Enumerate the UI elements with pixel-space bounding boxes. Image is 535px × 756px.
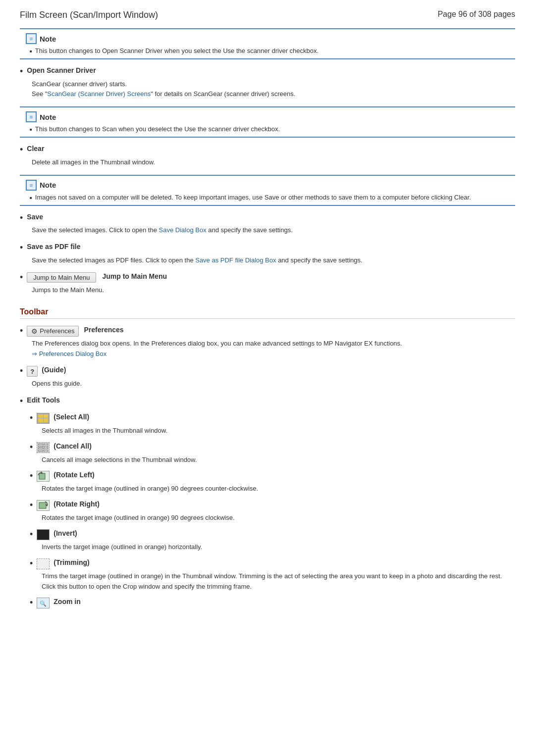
- edit-tools-list: • (Select All) Selects all images in the…: [20, 413, 515, 609]
- note-box-3: ≡ Note Images not saved on a computer wi…: [20, 175, 515, 206]
- list-item-save-pdf: • Save as PDF file Save the selected ima…: [20, 243, 515, 265]
- svg-rect-2: [39, 503, 46, 508]
- open-scanner-desc: ScanGear (scanner driver) starts. See "S…: [32, 79, 515, 100]
- select-all-label: (Select All): [54, 413, 89, 421]
- open-scanner-desc2-after: " for details on ScanGear (scanner drive…: [151, 90, 295, 98]
- bullet-icon-select-all: •: [30, 413, 33, 424]
- list-item-select-all: • (Select All) Selects all images in the…: [30, 413, 515, 436]
- section-list-3: • Save Save the selected images. Click t…: [20, 213, 515, 296]
- page-number: Page 96 of 308 pages: [437, 10, 515, 19]
- save-pdf-desc-after: and specify the save settings.: [276, 256, 363, 264]
- scanner-screens-link[interactable]: ScanGear (Scanner Driver) Screens: [47, 90, 151, 98]
- note-text-1: This button changes to Open Scanner Driv…: [26, 47, 509, 54]
- select-all-desc: Selects all images in the Thumbnail wind…: [42, 426, 515, 436]
- zoom-in-label: Zoom in: [54, 598, 80, 605]
- bullet-cancel-all: • (Cancel All): [30, 442, 515, 453]
- rotate-right-desc: Rotates the target image (outlined in or…: [42, 513, 515, 523]
- bullet-rotate-right: • (Rotate Right): [30, 500, 515, 511]
- bullet-invert: • (Invert): [30, 529, 515, 540]
- bullet-save: • Save: [20, 213, 515, 224]
- note-label-2: Note: [40, 113, 56, 121]
- list-item-zoom-in: • 🔍 Zoom in: [30, 598, 515, 608]
- bullet-icon-zoom-in: •: [30, 598, 33, 608]
- note-icon-3: ≡: [26, 180, 37, 191]
- list-item-preferences: • ⚙ Preferences Preferences The Preferen…: [20, 326, 515, 359]
- bullet-icon-clear: •: [20, 145, 23, 155]
- open-scanner-desc1: ScanGear (scanner driver) starts.: [32, 80, 127, 88]
- note-label-1: Note: [40, 35, 56, 43]
- jump-to-main-menu-button[interactable]: Jump to Main Menu: [27, 272, 96, 283]
- bullet-edit-tools: • Edit Tools: [20, 396, 515, 407]
- note-icon-1: ≡: [26, 33, 37, 44]
- rotate-left-label: (Rotate Left): [54, 471, 94, 479]
- cancel-all-label: (Cancel All): [54, 442, 92, 450]
- toolbar-section: Toolbar • ⚙ Preferences Preferences The …: [20, 307, 515, 609]
- preferences-icon: ⚙: [31, 327, 38, 335]
- invert-desc: Inverts the target image (outlined in or…: [42, 542, 515, 553]
- bullet-icon-rotate-left: •: [30, 471, 33, 482]
- bullet-icon: •: [20, 66, 23, 77]
- select-all-icon: [37, 413, 50, 424]
- open-scanner-desc2-before: See ": [32, 90, 47, 98]
- note-label-3: Note: [40, 181, 56, 189]
- guide-desc: Opens this guide.: [32, 379, 515, 389]
- list-item-invert: • (Invert) Inverts the target image (out…: [30, 529, 515, 553]
- bullet-jump: • Jump to Main Menu Jump to Main Menu: [20, 272, 515, 283]
- bullet-zoom-in: • 🔍 Zoom in: [30, 598, 515, 608]
- bullet-icon-guide: •: [20, 366, 23, 377]
- save-dialog-link[interactable]: Save Dialog Box: [159, 226, 207, 234]
- toolbar-list: • ⚙ Preferences Preferences The Preferen…: [20, 326, 515, 609]
- svg-rect-0: [39, 473, 45, 479]
- bullet-icon-pref: •: [20, 326, 23, 337]
- list-item-save: • Save Save the selected images. Click t…: [20, 213, 515, 236]
- preferences-bold-label: Preferences: [84, 326, 123, 334]
- cancel-all-desc: Cancels all image selections in the Thum…: [42, 455, 515, 465]
- note-header-3: ≡ Note: [26, 180, 509, 191]
- bullet-icon-trimming: •: [30, 558, 33, 569]
- list-item-trimming: • (Trimming) Trims the target image (out…: [30, 558, 515, 592]
- cancel-all-icon: [37, 442, 50, 453]
- rotate-left-desc: Rotates the target image (outlined in or…: [42, 484, 515, 494]
- section-list: • Open Scanner Driver ScanGear (scanner …: [20, 66, 515, 100]
- preferences-dialog-link[interactable]: Preferences Dialog Box: [32, 350, 107, 357]
- clear-desc: Delete all images in the Thumbnail windo…: [32, 157, 515, 168]
- jump-bold-label: Jump to Main Menu: [102, 272, 167, 280]
- list-item-rotate-left: • (Rotate Left) Rotates the target image…: [30, 471, 515, 494]
- bullet-icon-save: •: [20, 213, 23, 224]
- edit-tools-title: Edit Tools: [27, 396, 60, 404]
- zoom-in-icon: 🔍: [37, 598, 50, 608]
- guide-bold-label: (Guide): [42, 366, 66, 374]
- guide-button[interactable]: ?: [27, 366, 38, 377]
- preferences-btn-label: Preferences: [40, 327, 74, 335]
- bullet-icon-save-pdf: •: [20, 243, 23, 253]
- invert-icon: [37, 529, 50, 540]
- toolbar-title: Toolbar: [20, 307, 515, 319]
- preferences-desc-text: The Preferences dialog box opens. In the…: [32, 340, 402, 347]
- note-text-3: Images not saved on a computer will be d…: [26, 194, 509, 201]
- trimming-label: (Trimming): [54, 558, 89, 566]
- bullet-trimming: • (Trimming): [30, 558, 515, 569]
- save-pdf-dialog-link[interactable]: Save as PDF file Dialog Box: [195, 256, 276, 264]
- save-pdf-desc-before: Save the selected images as PDF files. C…: [32, 256, 195, 264]
- save-title: Save: [27, 213, 43, 221]
- list-item-edit-tools: • Edit Tools • (Select All) Selects all …: [20, 396, 515, 608]
- note-header-2: ≡ Note: [26, 111, 509, 122]
- note-box-2: ≡ Note This button changes to Scan when …: [20, 106, 515, 138]
- bullet-icon-jump: •: [20, 272, 23, 283]
- bullet-open-scanner: • Open Scanner Driver: [20, 66, 515, 77]
- invert-label: (Invert): [54, 529, 77, 537]
- rotate-right-icon: [37, 500, 50, 511]
- list-item-rotate-right: • (Rotate Right) Rotates the target imag…: [30, 500, 515, 523]
- preferences-button[interactable]: ⚙ Preferences: [27, 326, 79, 337]
- bullet-icon-rotate-right: •: [30, 500, 33, 511]
- note-box-1: ≡ Note This button changes to Open Scann…: [20, 28, 515, 59]
- trimming-icon: [37, 558, 50, 569]
- list-item-clear: • Clear Delete all images in the Thumbna…: [20, 145, 515, 167]
- bullet-icon-cancel-all: •: [30, 442, 33, 453]
- bullet-guide: • ? (Guide): [20, 366, 515, 377]
- page-header: Film Screen (Scan/Import Window) Page 96…: [20, 10, 515, 20]
- list-item-guide: • ? (Guide) Opens this guide.: [20, 366, 515, 389]
- bullet-icon-invert: •: [30, 529, 33, 540]
- save-desc-after: and specify the save settings.: [207, 226, 293, 234]
- section-list-2: • Clear Delete all images in the Thumbna…: [20, 145, 515, 167]
